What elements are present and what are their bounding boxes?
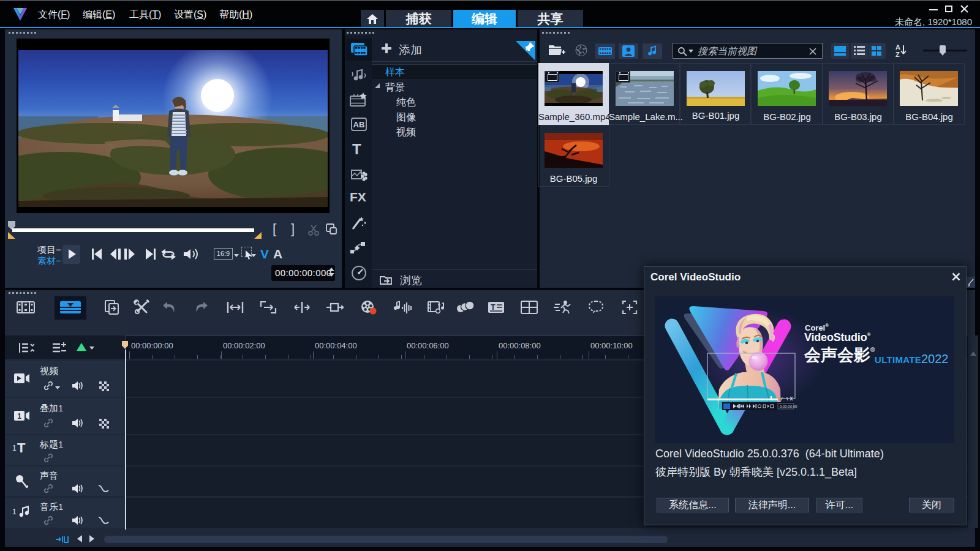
svg-text:A: A xyxy=(895,43,900,51)
svg-text:T: T xyxy=(491,303,496,312)
svg-text:AB: AB xyxy=(353,120,365,129)
svg-text:Z: Z xyxy=(895,51,900,58)
svg-text:0:00:00:00: 0:00:00:00 xyxy=(780,405,797,408)
svg-text:1: 1 xyxy=(17,412,21,421)
